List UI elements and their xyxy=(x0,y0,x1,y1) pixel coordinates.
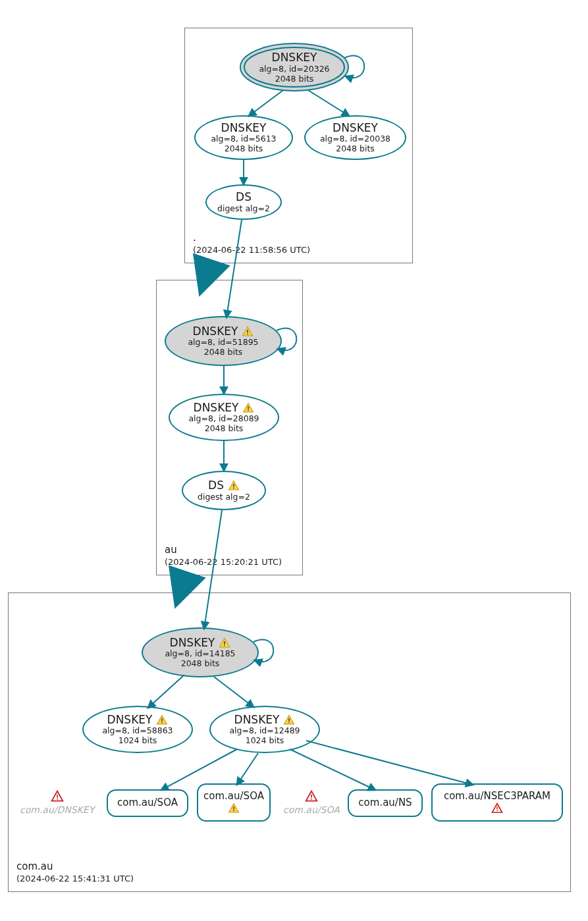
root-ds-node: DS digest alg=2 xyxy=(205,184,282,220)
svg-rect-10 xyxy=(162,718,163,722)
svg-rect-6 xyxy=(233,484,234,487)
svg-rect-12 xyxy=(289,718,290,722)
zone-label-root: . (2024-06-22 11:58:56 UTC) xyxy=(193,231,310,256)
svg-rect-15 xyxy=(233,810,234,811)
node-bits: 2048 bits xyxy=(275,74,314,84)
warning-icon xyxy=(156,714,168,726)
au-ksk-dnskey-node: DNSKEY alg=8, id=51895 2048 bits xyxy=(165,316,282,366)
au-zsk-dnskey-node: DNSKEY alg=8, id=28089 2048 bits xyxy=(169,394,279,441)
au-ds-node: DS digest alg=2 xyxy=(182,471,266,510)
node-title: DNSKEY xyxy=(234,714,280,727)
node-alg-id: alg=8, id=51895 xyxy=(188,338,258,347)
svg-rect-5 xyxy=(248,409,250,411)
error-icon xyxy=(305,790,318,803)
zone-name: . xyxy=(193,231,310,244)
rrset-label: com.au/NSEC3PARAM xyxy=(444,791,550,802)
node-bits: 2048 bits xyxy=(204,348,243,357)
svg-rect-16 xyxy=(496,806,498,810)
ghost-label: com.au/SOA xyxy=(283,804,340,815)
node-alg-id: alg=8, id=20038 xyxy=(320,134,390,144)
node-title: DS xyxy=(208,479,224,492)
node-bits: 2048 bits xyxy=(181,659,220,668)
node-title: DNSKEY xyxy=(193,325,238,338)
node-title: DNSKEY xyxy=(107,714,153,727)
warning-icon xyxy=(242,402,254,414)
zone-name: com.au xyxy=(16,860,134,873)
node-title: DNSKEY xyxy=(194,402,239,415)
svg-rect-7 xyxy=(233,487,234,488)
node-alg-id: alg=8, id=28089 xyxy=(188,414,259,423)
ghost-comau-dnskey: com.au/DNSKEY xyxy=(20,790,94,815)
svg-rect-11 xyxy=(162,722,163,723)
node-alg-id: alg=8, id=20326 xyxy=(259,64,329,74)
zone-name: au xyxy=(165,543,282,556)
zone-label-au: au (2024-06-22 15:20:21 UTC) xyxy=(165,543,282,568)
svg-rect-4 xyxy=(248,406,250,409)
zone-timestamp: (2024-06-22 15:20:21 UTC) xyxy=(165,556,282,568)
node-alg-id: alg=8, id=12489 xyxy=(229,726,300,735)
svg-rect-21 xyxy=(311,799,312,800)
svg-rect-3 xyxy=(248,333,249,334)
warning-icon xyxy=(283,714,295,726)
node-title: DNSKEY xyxy=(170,637,215,650)
node-alg-id: alg=8, id=5613 xyxy=(211,134,276,144)
comau-zsk2-dnskey-node: DNSKEY alg=8, id=12489 1024 bits xyxy=(209,706,320,753)
root-zsk1-dnskey-node: DNSKEY alg=8, id=5613 2048 bits xyxy=(194,115,293,160)
error-icon xyxy=(51,790,64,803)
warning-icon xyxy=(228,480,240,492)
rrset-soa-1: com.au/SOA xyxy=(107,789,188,817)
rrset-ns: com.au/NS xyxy=(348,789,423,817)
rrset-soa-2: com.au/SOA xyxy=(197,783,271,822)
root-ksk-dnskey-node: DNSKEY alg=8, id=20326 2048 bits xyxy=(239,42,350,92)
rrset-label: com.au/SOA xyxy=(117,797,178,808)
zone-timestamp: (2024-06-22 11:58:56 UTC) xyxy=(193,244,310,256)
svg-rect-9 xyxy=(225,645,226,646)
node-digest: digest alg=2 xyxy=(217,204,270,213)
node-bits: 2048 bits xyxy=(336,144,375,153)
svg-rect-18 xyxy=(57,795,58,798)
comau-zsk1-dnskey-node: DNSKEY alg=8, id=58863 1024 bits xyxy=(82,706,193,753)
node-bits: 2048 bits xyxy=(225,144,263,153)
node-title: DNSKEY xyxy=(333,122,378,135)
warning-icon xyxy=(228,803,240,814)
node-title: DNSKEY xyxy=(272,51,317,64)
svg-rect-13 xyxy=(289,722,290,723)
warning-icon xyxy=(242,326,254,338)
root-zsk2-dnskey-node: DNSKEY alg=8, id=20038 2048 bits xyxy=(304,115,406,160)
svg-rect-17 xyxy=(496,810,498,811)
node-alg-id: alg=8, id=58863 xyxy=(102,726,173,735)
zone-label-comau: com.au (2024-06-22 15:41:31 UTC) xyxy=(16,860,134,885)
warning-icon xyxy=(219,637,230,649)
comau-ksk-dnskey-node: DNSKEY alg=8, id=14185 2048 bits xyxy=(142,627,259,677)
node-bits: 2048 bits xyxy=(205,424,244,433)
svg-rect-8 xyxy=(225,641,226,645)
node-title: DNSKEY xyxy=(221,122,267,135)
node-digest: digest alg=2 xyxy=(198,492,250,502)
node-bits: 1024 bits xyxy=(246,736,284,745)
ghost-comau-soa: com.au/SOA xyxy=(283,790,340,815)
node-bits: 1024 bits xyxy=(119,736,157,745)
node-alg-id: alg=8, id=14185 xyxy=(165,649,235,658)
rrset-label: com.au/NS xyxy=(358,797,412,808)
svg-rect-19 xyxy=(57,799,58,800)
zone-timestamp: (2024-06-22 15:41:31 UTC) xyxy=(16,873,134,885)
svg-rect-2 xyxy=(248,330,249,333)
error-icon xyxy=(491,803,503,814)
svg-rect-20 xyxy=(311,795,312,798)
rrset-nsec3param: com.au/NSEC3PARAM xyxy=(431,783,563,822)
node-title: DS xyxy=(236,191,252,204)
ghost-label: com.au/DNSKEY xyxy=(20,804,94,815)
rrset-label: com.au/SOA xyxy=(203,791,264,802)
svg-rect-14 xyxy=(233,806,234,810)
